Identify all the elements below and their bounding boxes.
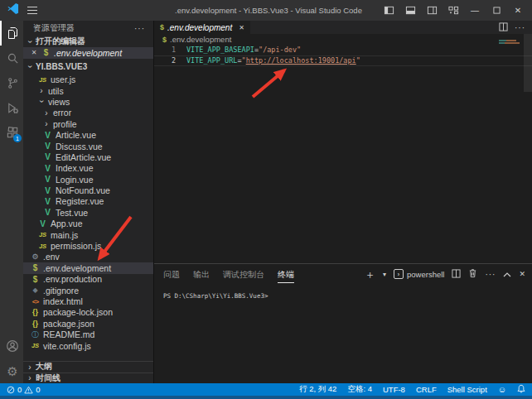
tree-item[interactable]: <> index.html bbox=[23, 296, 153, 306]
tree-item[interactable]: V NotFound.vue bbox=[23, 185, 153, 195]
tree-item[interactable]: ⚙ .env bbox=[23, 252, 153, 262]
vue-icon: V bbox=[43, 164, 52, 173]
shell-icon: $ bbox=[162, 36, 167, 44]
tree-item[interactable]: › profile bbox=[23, 118, 153, 129]
tree-item[interactable]: ⓘ README.md bbox=[23, 329, 153, 339]
tree-item[interactable]: › views bbox=[23, 96, 153, 107]
tree-item[interactable]: V Login.vue bbox=[23, 174, 153, 185]
chevron-down-icon: › bbox=[26, 37, 35, 46]
eol[interactable]: CRLF bbox=[416, 385, 437, 394]
toggle-panel-icon[interactable] bbox=[401, 2, 419, 19]
extensions-icon[interactable]: 1 bbox=[0, 120, 23, 145]
braces-icon: {} bbox=[31, 320, 40, 328]
tree-item[interactable]: JS vite.config.js bbox=[23, 340, 153, 351]
open-editor-item[interactable]: ✕ $ .env.development bbox=[23, 47, 153, 59]
split-editor-icon[interactable] bbox=[499, 20, 508, 35]
tab-output[interactable]: 输出 bbox=[193, 266, 210, 283]
tree-item[interactable]: V Register.vue bbox=[23, 196, 153, 207]
tab-bar: $ .env.development ✕ ··· bbox=[154, 21, 532, 34]
vue-icon: V bbox=[43, 197, 52, 206]
breadcrumb[interactable]: $ .env.development bbox=[154, 34, 532, 45]
tab-problems[interactable]: 问题 bbox=[163, 266, 180, 283]
url-link[interactable]: http://localhost:19001/api bbox=[246, 56, 356, 65]
notifications-bell-icon[interactable] bbox=[517, 384, 525, 395]
sidebar-title: 资源管理器 bbox=[33, 22, 75, 34]
editor-more-actions-icon[interactable]: ··· bbox=[515, 23, 525, 32]
open-editors-section[interactable]: › 打开的编辑器 bbox=[23, 36, 153, 47]
explorer-more-actions-icon[interactable]: ··· bbox=[134, 24, 145, 33]
language-mode[interactable]: Shell Script bbox=[447, 385, 487, 394]
editor-scrollbar[interactable] bbox=[524, 34, 532, 92]
diamond-icon: ◆ bbox=[31, 286, 40, 294]
tree-item[interactable]: › utils bbox=[23, 85, 153, 96]
tree-item[interactable]: V Discuss.vue bbox=[23, 141, 153, 151]
source-control-icon[interactable] bbox=[0, 70, 23, 95]
search-icon[interactable] bbox=[0, 46, 23, 70]
maximize-panel-icon[interactable] bbox=[503, 267, 511, 281]
tree-item[interactable]: $ .env.development bbox=[23, 262, 153, 273]
kill-terminal-icon[interactable] bbox=[468, 267, 477, 281]
vue-icon: V bbox=[43, 142, 52, 151]
project-root-folder[interactable]: › YI.BBS.VUE3 bbox=[23, 59, 153, 75]
window-bottom-edge bbox=[0, 396, 532, 399]
minimap[interactable] bbox=[499, 40, 520, 45]
run-debug-icon[interactable] bbox=[0, 95, 23, 120]
minimize-button[interactable]: — bbox=[466, 2, 484, 19]
tree-item[interactable]: JS main.js bbox=[23, 229, 153, 240]
tree-item[interactable]: › error bbox=[23, 108, 153, 118]
maximize-button[interactable] bbox=[487, 2, 505, 19]
terminal-shell-item[interactable]: › powershell bbox=[394, 269, 444, 279]
shell-icon: $ bbox=[31, 263, 40, 272]
status-bar: 0 0 行 2, 列 42 空格: 4 UTF-8 CRLF Shell Scr… bbox=[0, 383, 532, 396]
tree-item[interactable]: V App.vue bbox=[23, 219, 153, 229]
code-editor[interactable]: 1 VITE_APP_BASEAPI="/api-dev" 2 VITE_APP… bbox=[154, 45, 532, 66]
feedback-icon[interactable]: ☺ bbox=[498, 386, 506, 394]
info-icon: ⓘ bbox=[31, 329, 40, 340]
tree-item[interactable]: $ .env.production bbox=[23, 274, 153, 285]
tree-item[interactable]: V Index.vue bbox=[23, 163, 153, 174]
tree-item[interactable]: V Test.vue bbox=[23, 207, 153, 218]
indentation[interactable]: 空格: 4 bbox=[347, 384, 372, 395]
close-icon[interactable]: ✕ bbox=[30, 49, 38, 56]
title-bar: .env.development - Yi.BBS.Vue3 - Visual … bbox=[0, 0, 532, 21]
tree-item[interactable]: {} package-lock.json bbox=[23, 307, 153, 318]
tab-close-icon[interactable]: ✕ bbox=[239, 24, 244, 31]
html-icon: <> bbox=[31, 298, 40, 305]
toggle-secondary-sidebar-icon[interactable] bbox=[423, 2, 441, 19]
tree-item[interactable]: V Article.vue bbox=[23, 129, 153, 140]
encoding[interactable]: UTF-8 bbox=[383, 385, 405, 394]
settings-gear-icon[interactable]: ⚙ bbox=[0, 358, 23, 383]
file-tree: JS user.js › utils › views › error › pro… bbox=[23, 75, 153, 352]
split-terminal-icon[interactable] bbox=[452, 267, 461, 281]
outline-section[interactable]: › 大纲 bbox=[23, 361, 153, 373]
terminal-dropdown-icon[interactable]: ▾ bbox=[383, 271, 386, 278]
tree-item[interactable]: JS user.js bbox=[23, 75, 153, 85]
tree-item[interactable]: V EditArticle.vue bbox=[23, 151, 153, 162]
tree-item[interactable]: ◆ .gitignore bbox=[23, 285, 153, 296]
close-panel-icon[interactable]: ✕ bbox=[519, 270, 525, 278]
cursor-position[interactable]: 行 2, 列 42 bbox=[299, 384, 336, 395]
braces-icon: {} bbox=[31, 308, 40, 316]
terminal-prompt: PS D:\CSharp\Yi\Yi.BBS.Vue3> bbox=[163, 292, 532, 300]
new-terminal-icon[interactable]: ＋ bbox=[365, 269, 375, 280]
terminal-content[interactable]: PS D:\CSharp\Yi\Yi.BBS.Vue3> bbox=[154, 284, 532, 300]
extensions-badge: 1 bbox=[13, 134, 22, 142]
chevron-right-icon: › bbox=[38, 86, 45, 95]
tab-terminal[interactable]: 终端 bbox=[278, 266, 294, 283]
shell-icon: $ bbox=[31, 275, 40, 284]
close-button[interactable]: ✕ bbox=[509, 2, 527, 19]
toggle-sidebar-icon[interactable] bbox=[380, 2, 398, 19]
bottom-panel: 问题 输出 调试控制台 终端 ＋ ▾ › powershell bbox=[154, 263, 532, 383]
chevron-down-icon: › bbox=[26, 62, 35, 70]
menu-icon[interactable] bbox=[27, 10, 37, 11]
tree-item[interactable]: JS permission.js bbox=[23, 240, 153, 251]
explorer-icon[interactable] bbox=[0, 21, 23, 46]
tab-env-development[interactable]: $ .env.development ✕ bbox=[154, 21, 250, 34]
account-icon[interactable] bbox=[0, 334, 23, 358]
tree-item[interactable]: {} package.json bbox=[23, 318, 153, 329]
panel-more-actions-icon[interactable]: ··· bbox=[485, 270, 496, 279]
timeline-section[interactable]: › 时间线 bbox=[23, 373, 153, 384]
customize-layout-icon[interactable] bbox=[444, 2, 462, 19]
tab-debug-console[interactable]: 调试控制台 bbox=[223, 266, 264, 283]
problems-status[interactable]: 0 0 bbox=[7, 385, 41, 394]
